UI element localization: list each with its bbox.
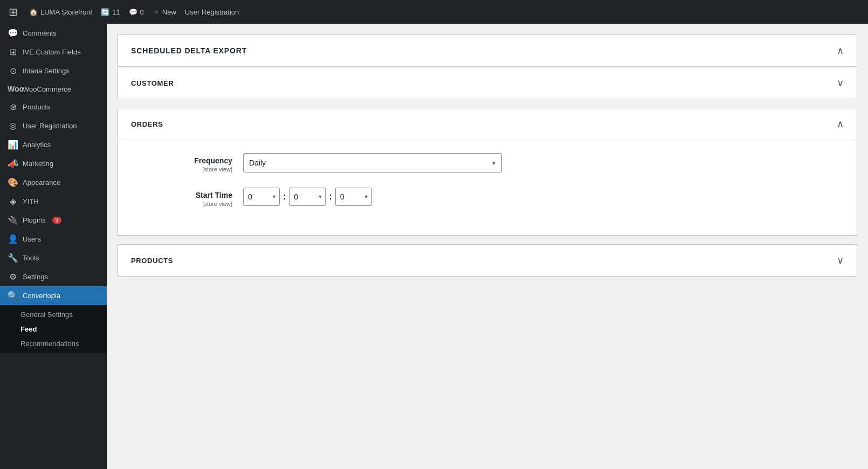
new-button[interactable]: ＋ New — [153, 7, 176, 17]
frequency-hint: [store view] — [135, 166, 232, 173]
customer-panel: CUSTOMER ∨ — [118, 67, 857, 99]
orders-panel-header[interactable]: ORDERS ∧ — [118, 108, 857, 140]
submenu-recommendations[interactable]: Recommendations — [0, 336, 107, 351]
convertopia-submenu: General Settings Feed Recommendations — [0, 305, 107, 353]
orders-panel: ORDERS ∧ Frequency [store view] Daily We… — [118, 108, 857, 236]
updates-link[interactable]: 🔄 11 — [101, 8, 120, 16]
sidebar-item-yith[interactable]: ◈ YITH — [0, 192, 107, 211]
second-select-wrapper: 0 5101520 25303540 455055 — [335, 188, 372, 206]
home-icon: 🏠 — [29, 8, 38, 16]
comments-link[interactable]: 💬 0 — [129, 8, 144, 16]
orders-panel-title: ORDERS — [131, 120, 163, 128]
time-colon-2: : — [329, 192, 332, 202]
yith-icon: ◈ — [8, 196, 18, 206]
marketing-icon: 📣 — [8, 158, 18, 169]
products-panel-title: PRODUCTS — [131, 257, 173, 265]
sidebar-item-tools[interactable]: 🔧 Tools — [0, 249, 107, 267]
start-time-hint: [store view] — [135, 201, 232, 207]
user-registration-link[interactable]: User Registration — [185, 8, 239, 16]
products-icon: ⊛ — [8, 102, 18, 112]
content-area: SCHEDULED DELTA EXPORT ∧ CUSTOMER ∨ ORDE… — [107, 24, 868, 469]
second-select[interactable]: 0 5101520 25303540 455055 — [335, 188, 372, 206]
users-icon: 👤 — [8, 234, 18, 244]
start-time-label: Start Time — [135, 191, 232, 199]
sidebar-item-users[interactable]: 👤 Users — [0, 230, 107, 249]
sidebar-item-appearance[interactable]: 🎨 Appearance — [0, 173, 107, 192]
sidebar-item-plugins[interactable]: 🔌 Plugins 9 — [0, 211, 107, 230]
products-panel-header[interactable]: PRODUCTS ∨ — [118, 245, 857, 276]
comments-icon: 💬 — [8, 28, 18, 38]
admin-bar: ⊞ 🏠 LUMA Storefront 🔄 11 💬 0 ＋ New User … — [0, 0, 868, 24]
submenu-feed[interactable]: Feed — [0, 322, 107, 336]
main-layout: 💬 Comments ⊞ IVE Custom Fields ⊙ Ibtana … — [0, 24, 868, 469]
sidebar-item-analytics[interactable]: 📊 Analytics — [0, 135, 107, 154]
ive-icon: ⊞ — [8, 47, 18, 57]
time-colon-1: : — [283, 192, 286, 202]
sidebar: 💬 Comments ⊞ IVE Custom Fields ⊙ Ibtana … — [0, 24, 107, 469]
frequency-row: Frequency [store view] Daily Weekly Mont… — [135, 153, 839, 173]
products-panel: PRODUCTS ∨ — [118, 244, 857, 277]
analytics-icon: 📊 — [8, 140, 18, 150]
submenu-general-settings[interactable]: General Settings — [0, 307, 107, 322]
scheduled-delta-collapse-icon[interactable]: ∧ — [837, 45, 844, 57]
start-time-control: 0 1234 5678 9101112 13141516 17181920 21… — [243, 188, 839, 206]
sidebar-item-settings[interactable]: ⚙ Settings — [0, 267, 107, 286]
comments-icon: 💬 — [129, 8, 137, 16]
settings-icon: ⚙ — [8, 272, 18, 282]
customer-panel-title: CUSTOMER — [131, 79, 174, 87]
minute-select-wrapper: 0 5101520 25303540 455055 — [289, 188, 326, 206]
sidebar-item-comments[interactable]: 💬 Comments — [0, 24, 107, 43]
wp-logo-icon[interactable]: ⊞ — [5, 4, 20, 19]
orders-toggle-icon[interactable]: ∧ — [837, 118, 844, 130]
minute-select[interactable]: 0 5101520 25303540 455055 — [289, 188, 326, 206]
updates-icon: 🔄 — [101, 8, 109, 16]
frequency-control: Daily Weekly Monthly Hourly — [243, 153, 839, 173]
start-time-label-col: Start Time [store view] — [135, 188, 243, 207]
plugins-icon: 🔌 — [8, 215, 18, 225]
scheduled-delta-export-title: SCHEDULED DELTA EXPORT — [131, 46, 247, 55]
scheduled-delta-export-header[interactable]: SCHEDULED DELTA EXPORT ∧ — [118, 35, 857, 67]
frequency-select-wrapper: Daily Weekly Monthly Hourly — [243, 153, 502, 173]
frequency-label-col: Frequency [store view] — [135, 153, 243, 173]
site-link[interactable]: 🏠 LUMA Storefront — [29, 8, 92, 16]
user-reg-icon: ◎ — [8, 121, 18, 131]
customer-toggle-icon[interactable]: ∨ — [837, 77, 844, 89]
ibtana-icon: ⊙ — [8, 66, 18, 76]
sidebar-item-convertopia[interactable]: 🔍 Convertopia — [0, 286, 107, 305]
sidebar-item-products[interactable]: ⊛ Products — [0, 98, 107, 116]
sidebar-item-user-registration[interactable]: ◎ User Registration — [0, 116, 107, 135]
frequency-select[interactable]: Daily Weekly Monthly Hourly — [243, 153, 502, 173]
hour-select[interactable]: 0 1234 5678 9101112 13141516 17181920 21… — [243, 188, 280, 206]
customer-panel-header[interactable]: CUSTOMER ∨ — [118, 67, 857, 99]
sidebar-item-marketing[interactable]: 📣 Marketing — [0, 154, 107, 173]
convertopia-icon: 🔍 — [8, 291, 18, 301]
time-row: 0 1234 5678 9101112 13141516 17181920 21… — [243, 188, 839, 206]
appearance-icon: 🎨 — [8, 177, 18, 188]
sidebar-item-woocommerce[interactable]: Woo WooCommerce — [0, 80, 107, 98]
sidebar-item-ibtana-settings[interactable]: ⊙ Ibtana Settings — [0, 61, 107, 80]
orders-panel-body: Frequency [store view] Daily Weekly Mont… — [118, 140, 857, 235]
tools-icon: 🔧 — [8, 253, 18, 263]
plugins-badge: 9 — [52, 217, 62, 224]
start-time-row: Start Time [store view] 0 1234 5678 9101… — [135, 188, 839, 207]
hour-select-wrapper: 0 1234 5678 9101112 13141516 17181920 21… — [243, 188, 280, 206]
frequency-label: Frequency — [135, 156, 232, 165]
products-toggle-icon[interactable]: ∨ — [837, 254, 844, 266]
plus-icon: ＋ — [153, 7, 160, 17]
sidebar-item-ive-custom-fields[interactable]: ⊞ IVE Custom Fields — [0, 43, 107, 61]
woo-icon: Woo — [8, 85, 18, 93]
